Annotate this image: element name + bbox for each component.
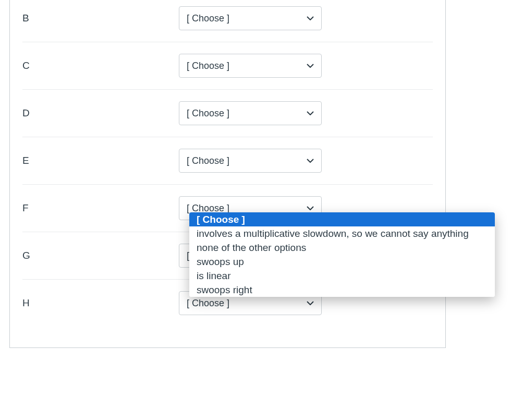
select-value: [ Choose ] <box>187 298 307 309</box>
match-row-e: E [ Choose ] <box>22 137 433 184</box>
select-value: [ Choose ] <box>187 108 307 119</box>
chevron-down-icon <box>307 110 314 117</box>
dropdown-option[interactable]: involves a multiplicative slowdown, so w… <box>189 226 495 241</box>
select-e[interactable]: [ Choose ] <box>179 149 322 173</box>
prompt-label: H <box>22 291 179 309</box>
chevron-down-icon <box>307 62 314 69</box>
dropdown-option[interactable]: swoops up <box>189 255 495 269</box>
select-c[interactable]: [ Choose ] <box>179 54 322 78</box>
prompt-label: B <box>22 6 179 24</box>
match-row-b: B [ Choose ] <box>22 0 433 42</box>
dropdown-option[interactable]: is linear <box>189 269 495 283</box>
select-b[interactable]: [ Choose ] <box>179 6 322 30</box>
select-value: [ Choose ] <box>187 155 307 166</box>
chevron-down-icon <box>307 205 314 212</box>
chevron-down-icon <box>307 157 314 164</box>
chevron-down-icon <box>307 299 314 307</box>
select-value: [ Choose ] <box>187 61 307 71</box>
prompt-label: F <box>22 196 179 214</box>
dropdown-option[interactable]: none of the other options <box>189 241 495 255</box>
dropdown-option[interactable]: swoops right <box>189 283 495 297</box>
select-e-dropdown: [ Choose ] involves a multiplicative slo… <box>189 212 495 297</box>
match-row-c: C [ Choose ] <box>22 42 433 89</box>
prompt-label: D <box>22 101 179 119</box>
prompt-label: E <box>22 149 179 166</box>
dropdown-option[interactable]: [ Choose ] <box>189 212 495 226</box>
chevron-down-icon <box>307 15 314 22</box>
select-value: [ Choose ] <box>187 13 307 24</box>
match-row-d: D [ Choose ] <box>22 89 433 137</box>
prompt-label: C <box>22 54 179 71</box>
select-d[interactable]: [ Choose ] <box>179 101 322 125</box>
prompt-label: G <box>22 244 179 261</box>
